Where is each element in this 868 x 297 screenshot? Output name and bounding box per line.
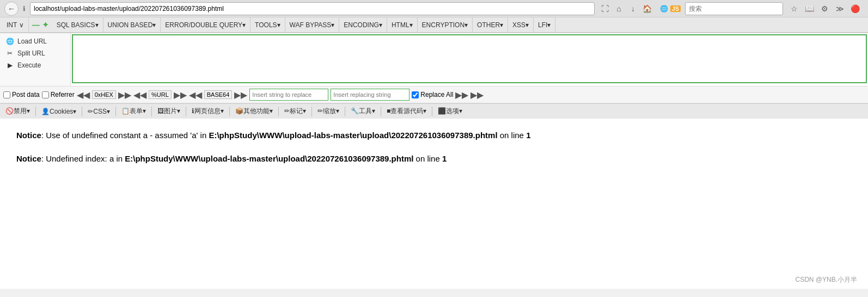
address-bar-container — [30, 2, 595, 15]
notice1-suffix: on line — [498, 131, 527, 140]
encoding-menu[interactable]: ENCODING▾ — [339, 17, 387, 32]
notice-line-1: Notice: Use of undefined constant a - as… — [16, 129, 852, 142]
load-url-label: Load URL — [17, 38, 47, 45]
earth-icon: 🌐 — [660, 5, 668, 13]
sep10 — [381, 107, 381, 116]
nav-home-icon[interactable]: 🏠 — [641, 3, 653, 15]
post-data-checkbox-label[interactable]: Post data — [3, 91, 40, 98]
waf-bypass-menu[interactable]: WAF BYPASS▾ — [285, 17, 340, 32]
lfi-menu[interactable]: LFI▾ — [534, 17, 555, 32]
address-actions: ⛶ ⌂ ↓ 🏠 — [599, 3, 653, 15]
encryption-menu[interactable]: ENCRYPTION▾ — [418, 17, 473, 32]
notice1-prefix: Notice — [16, 131, 41, 140]
view-source-menu[interactable]: ■查看源代码▾ — [383, 106, 430, 117]
notice1-text: : Use of undefined constant a - assumed … — [41, 131, 209, 140]
back-button[interactable]: ← — [4, 2, 19, 16]
zoom-menu[interactable]: ✏缩放▾ — [314, 106, 343, 117]
lock-icon: ℹ — [23, 5, 26, 13]
options-menu[interactable]: ⬛选项▾ — [435, 106, 466, 117]
watermark: CSDN @YNB.小月半 — [0, 271, 868, 289]
green-plus-icon: ✦ — [42, 20, 49, 30]
replace-all-checkbox[interactable] — [412, 91, 419, 98]
int-menu[interactable]: INT ∨ — [2, 17, 29, 32]
url-encode-button[interactable]: %URL — [149, 90, 172, 99]
sep1 — [35, 107, 36, 116]
js-badge: JS — [670, 5, 681, 12]
referrer-checkbox-label[interactable]: Referrer — [42, 91, 75, 98]
download-icon[interactable]: ↓ — [627, 3, 639, 15]
execute-button[interactable]: ▶ Execute — [0, 59, 70, 71]
load-url-button[interactable]: 🌐 Load URL — [0, 35, 70, 47]
disable-menu[interactable]: 🚫禁用▾ — [2, 106, 33, 117]
search-input[interactable] — [685, 2, 783, 15]
replace-string-input[interactable] — [249, 89, 328, 101]
right-arrow-url: ▶▶ — [174, 90, 187, 100]
cookies-menu[interactable]: 👤Cookies▾ — [38, 107, 80, 116]
sep7 — [278, 107, 279, 116]
page-info-menu[interactable]: ℹ网页信息▾ — [188, 106, 227, 117]
hex-encode-button[interactable]: 0xHEX — [92, 90, 116, 99]
title-bar: ← ℹ ⛶ ⌂ ↓ 🏠 🌐 JS ☆ 📖 ⚙ ≫ 🔴 — [0, 0, 868, 17]
notice2-text: : Undefined index: a in — [41, 154, 125, 163]
url-area — [71, 33, 868, 86]
left-arrow-hex: ◀◀ — [77, 90, 90, 100]
notice1-line: 1 — [526, 131, 530, 140]
union-based-menu[interactable]: UNION BASED▾ — [103, 17, 161, 32]
hackbar-toolbar: INT ∨ — ✦ SQL BASICS▾ UNION BASED▾ ERROR… — [0, 17, 868, 33]
left-arrow-base64: ◀◀ — [189, 90, 202, 100]
page-content: Notice: Use of undefined constant a - as… — [0, 119, 868, 271]
notice-line-2: Notice: Undefined index: a in E:\phpStud… — [16, 153, 852, 165]
sep11 — [432, 107, 432, 116]
error-double-query-menu[interactable]: ERROR/DOUBLE QUERY▾ — [161, 17, 250, 32]
close-icon[interactable]: 🔴 — [848, 2, 861, 15]
tools-menu[interactable]: TOOLS▾ — [250, 17, 285, 32]
marks-menu[interactable]: ✏标记▾ — [281, 106, 309, 117]
split-url-label: Split URL — [17, 49, 45, 57]
images-menu[interactable]: 🖼图片▾ — [154, 106, 184, 117]
read-icon[interactable]: 📖 — [803, 2, 816, 15]
side-panel: 🌐 Load URL ✂ Split URL ▶ Execute — [0, 33, 71, 86]
sep4 — [151, 107, 152, 116]
split-url-button[interactable]: ✂ Split URL — [0, 47, 70, 59]
referrer-label: Referrer — [51, 91, 75, 98]
right-arrow-replace: ▶▶ — [455, 90, 468, 100]
browser-chrome: ← ℹ ⛶ ⌂ ↓ 🏠 🌐 JS ☆ 📖 ⚙ ≫ 🔴 INT ∨ — [0, 0, 868, 33]
right-arrow-base64: ▶▶ — [234, 90, 247, 100]
base64-encode-button[interactable]: BASE64 — [204, 90, 233, 99]
notice2-line: 1 — [442, 154, 447, 163]
replace-all-checkbox-label[interactable]: Replace All — [412, 91, 453, 98]
forms-menu[interactable]: 📋表单▾ — [118, 106, 149, 117]
settings-icon[interactable]: ⚙ — [818, 2, 831, 15]
other-menu[interactable]: OTHER▾ — [473, 17, 508, 32]
execute-label: Execute — [17, 61, 41, 69]
post-data-checkbox[interactable] — [3, 91, 10, 98]
sep8 — [311, 107, 312, 116]
green-dash-icon: — — [32, 21, 40, 29]
load-url-icon: 🌐 — [5, 38, 14, 45]
bookmark-icon[interactable]: ⛶ — [599, 3, 611, 15]
right-arrow-end: ▶▶ — [470, 90, 484, 100]
html-menu[interactable]: HTML▾ — [387, 17, 418, 32]
notice2-prefix: Notice — [16, 154, 41, 163]
extend-icon[interactable]: ≫ — [833, 2, 846, 15]
sep5 — [186, 107, 186, 116]
split-url-icon: ✂ — [5, 49, 14, 57]
replacing-string-input[interactable] — [331, 89, 409, 101]
right-arrow-hex: ▶▶ — [118, 90, 131, 100]
fb-quick-icons: — ✦ — [29, 20, 52, 30]
encode-toolbar: Post data Referrer ◀◀ 0xHEX ▶▶ ◀◀ %URL ▶… — [0, 86, 868, 103]
home-icon[interactable]: ⌂ — [613, 3, 625, 15]
sep2 — [82, 107, 82, 116]
xss-menu[interactable]: XSS▾ — [508, 17, 534, 32]
nav-buttons: ← — [4, 2, 19, 16]
other-features-menu[interactable]: 📦其他功能▾ — [232, 106, 276, 117]
referrer-checkbox[interactable] — [42, 91, 49, 98]
execute-icon: ▶ — [5, 61, 14, 69]
address-bar[interactable] — [30, 2, 595, 15]
url-textarea[interactable] — [72, 34, 867, 83]
tools-bottom-menu[interactable]: 🔧工具▾ — [347, 106, 378, 117]
watermark-text: CSDN @YNB.小月半 — [795, 276, 857, 283]
sql-basics-menu[interactable]: SQL BASICS▾ — [52, 17, 103, 32]
css-menu[interactable]: ✏CSS▾ — [84, 107, 113, 116]
star-icon[interactable]: ☆ — [787, 2, 800, 15]
